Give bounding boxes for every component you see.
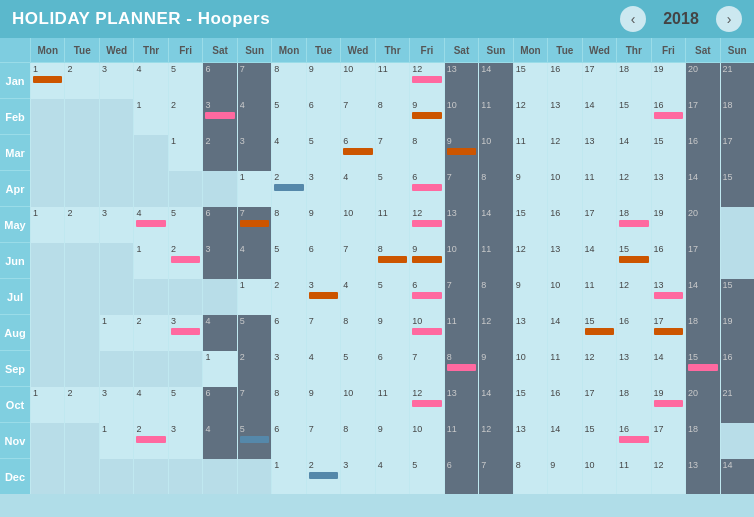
jun-13: 13 (547, 243, 581, 279)
apr-6: 6 (409, 171, 443, 207)
dec-e1 (30, 459, 64, 494)
jan-18: 18 (616, 63, 650, 99)
jan-10: 10 (340, 63, 374, 99)
sep-16: 16 (720, 351, 754, 387)
jan-5: 5 (168, 63, 202, 99)
sep-14: 14 (651, 351, 685, 387)
jun-18 (720, 243, 754, 279)
may-10: 10 (340, 207, 374, 243)
jun-10: 10 (444, 243, 478, 279)
apr-13: 13 (651, 171, 685, 207)
jan-14: 14 (478, 63, 512, 99)
row-sep: 1 2 3 4 5 6 7 8 9 10 11 12 13 14 15 16 (30, 350, 754, 386)
jan-19: 19 (651, 63, 685, 99)
sep-4: 4 (306, 351, 340, 387)
oct-13: 13 (444, 387, 478, 423)
sep-12: 12 (582, 351, 616, 387)
month-label-mar: Mar (0, 134, 30, 170)
jan-4: 4 (133, 63, 167, 99)
dec-e2 (64, 459, 98, 494)
feb-e1 (30, 99, 64, 135)
feb-e2 (64, 99, 98, 135)
jul-e4 (133, 279, 167, 315)
apr-4: 4 (340, 171, 374, 207)
feb-8: 8 (375, 99, 409, 135)
jan-6: 6 (202, 63, 236, 99)
jun-8: 8 (375, 243, 409, 279)
oct-12: 12 (409, 387, 443, 423)
jun-4: 4 (237, 243, 271, 279)
next-button[interactable]: › (716, 6, 742, 32)
nov-8: 8 (340, 423, 374, 459)
mar-9: 9 (444, 135, 478, 171)
mar-8: 8 (409, 135, 443, 171)
mar-3: 3 (237, 135, 271, 171)
apr-5: 5 (375, 171, 409, 207)
feb-18: 18 (720, 99, 754, 135)
apr-11: 11 (582, 171, 616, 207)
jan-2: 2 (64, 63, 98, 99)
dec-e3 (99, 459, 133, 494)
col-1: Tue (64, 38, 98, 62)
col-13: Sun (478, 38, 512, 62)
aug-7: 7 (306, 315, 340, 351)
apr-e6 (202, 171, 236, 207)
sep-10: 10 (513, 351, 547, 387)
col-8: Tue (306, 38, 340, 62)
sep-e1 (30, 351, 64, 387)
col-10: Thr (375, 38, 409, 62)
mar-e4 (133, 135, 167, 171)
sep-8: 8 (444, 351, 478, 387)
nov-17: 17 (651, 423, 685, 459)
oct-19: 19 (651, 387, 685, 423)
jun-9: 9 (409, 243, 443, 279)
col-5: Sat (202, 38, 236, 62)
mar-14: 14 (616, 135, 650, 171)
prev-button[interactable]: ‹ (620, 6, 646, 32)
aug-4: 4 (202, 315, 236, 351)
may-4: 4 (133, 207, 167, 243)
month-label-oct: Oct (0, 386, 30, 422)
dec-e4 (133, 459, 167, 494)
mar-2: 2 (202, 135, 236, 171)
month-label-apr: Apr (0, 170, 30, 206)
oct-5: 5 (168, 387, 202, 423)
jan-3: 3 (99, 63, 133, 99)
jul-3: 3 (306, 279, 340, 315)
row-dec: 1 2 3 4 5 6 7 8 9 10 11 12 13 14 15 16 (30, 458, 754, 494)
header-nav: ‹ 2018 › (620, 6, 742, 32)
jan-20: 20 (685, 63, 719, 99)
jul-12: 12 (616, 279, 650, 315)
nov-16: 16 (616, 423, 650, 459)
jun-e2 (64, 243, 98, 279)
mar-1: 1 (168, 135, 202, 171)
oct-18: 18 (616, 387, 650, 423)
may-13: 13 (444, 207, 478, 243)
mar-11: 11 (513, 135, 547, 171)
aug-9: 9 (375, 315, 409, 351)
jun-16: 16 (651, 243, 685, 279)
nov-15: 15 (582, 423, 616, 459)
col-14: Mon (513, 38, 547, 62)
may-20: 20 (685, 207, 719, 243)
jan-15: 15 (513, 63, 547, 99)
aug-16: 16 (616, 315, 650, 351)
jul-2: 2 (271, 279, 305, 315)
jul-9: 9 (513, 279, 547, 315)
jan-9: 9 (306, 63, 340, 99)
may-18: 18 (616, 207, 650, 243)
jul-1: 1 (237, 279, 271, 315)
apr-e1 (30, 171, 64, 207)
aug-2: 2 (133, 315, 167, 351)
aug-e2 (64, 315, 98, 351)
may-5: 5 (168, 207, 202, 243)
sep-9: 9 (478, 351, 512, 387)
nov-12: 12 (478, 423, 512, 459)
nov-5: 5 (237, 423, 271, 459)
corner-cell (0, 38, 30, 62)
dec-4: 4 (375, 459, 409, 494)
month-label-feb: Feb (0, 98, 30, 134)
jul-e2 (64, 279, 98, 315)
feb-6: 6 (306, 99, 340, 135)
feb-1: 1 (133, 99, 167, 135)
